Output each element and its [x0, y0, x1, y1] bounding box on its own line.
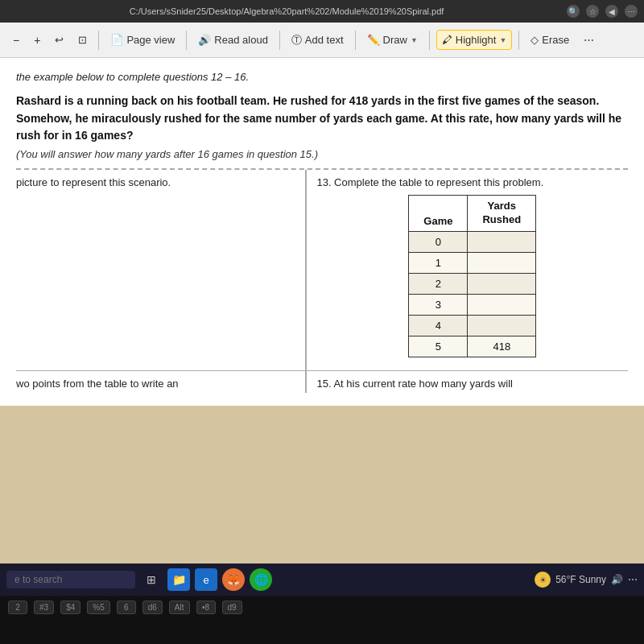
- browser-back-icon[interactable]: ◀: [605, 5, 618, 18]
- browser-icons: 🔍 ☆ ◀ ⋯: [567, 5, 638, 18]
- table-cell-game: 4: [409, 315, 468, 336]
- problem-paragraph: Rashard is a running back on his footbal…: [16, 93, 628, 145]
- add-text-icon: Ⓣ: [291, 33, 302, 47]
- table-cell-game: 0: [409, 231, 468, 252]
- highlight-button[interactable]: 🖍 Highlight ▼: [436, 30, 513, 50]
- key-d6: d6: [142, 601, 163, 614]
- question-12-left: picture to represent this scenario.: [16, 170, 307, 370]
- read-aloud-label: Read aloud: [214, 34, 268, 46]
- bottom-bar: 2 #3 $4 %5 6 d6 Alt •8 d9: [0, 596, 644, 644]
- question-14-left: wo points from the table to write an: [16, 371, 307, 393]
- key-alt: Alt: [169, 601, 190, 614]
- highlight-label: Highlight: [456, 34, 497, 46]
- key-4: $4: [60, 601, 80, 614]
- taskbar-file-icon[interactable]: 📁: [167, 568, 190, 591]
- page-view-label: Page view: [126, 34, 175, 46]
- separator-6: [518, 31, 519, 50]
- read-aloud-icon: 🔊: [198, 34, 211, 46]
- question-14-text: wo points from the table to write an: [16, 378, 179, 390]
- undo-icon: ↩: [55, 34, 64, 46]
- table-header-game: Game: [409, 196, 468, 232]
- draw-icon: ✏️: [367, 34, 380, 46]
- plus-icon: +: [34, 34, 40, 47]
- draw-chevron-icon: ▼: [411, 36, 418, 44]
- question-13-label: 13. Complete the table to represent this…: [316, 176, 628, 188]
- sub-note: (You will answer how many yards after 16…: [16, 148, 628, 160]
- erase-button[interactable]: ◇ Erase: [526, 31, 574, 49]
- intro-text: the example below to complete questions …: [16, 71, 628, 83]
- table-cell-yards: [468, 252, 536, 273]
- table-cell-yards: [468, 231, 536, 252]
- browser-star-icon[interactable]: ☆: [586, 5, 599, 18]
- zoom-in-button[interactable]: +: [29, 31, 45, 50]
- pdf-page: the example below to complete questions …: [0, 58, 644, 406]
- table-cell-game: 2: [409, 273, 468, 294]
- questions-row: picture to represent this scenario. 13. …: [16, 168, 628, 370]
- table-cell-game: 5: [409, 336, 468, 357]
- erase-label: Erase: [542, 34, 569, 46]
- key-2: 2: [8, 601, 27, 614]
- separator-3: [279, 31, 280, 50]
- page-view-icon: 📄: [110, 34, 123, 46]
- weather-icon: ☀: [535, 572, 551, 588]
- table-cell-yards: [468, 315, 536, 336]
- key-6: 6: [117, 601, 136, 614]
- separator-1: [98, 31, 99, 50]
- taskbar-edge-icon[interactable]: e: [195, 568, 217, 591]
- key-d9: d9: [222, 601, 242, 614]
- question-15-text: 15. At his current rate how many yards w…: [316, 378, 513, 390]
- table-row: 0: [409, 231, 536, 252]
- browser-settings-icon[interactable]: ⋯: [625, 5, 638, 18]
- table-header-yards: YardsRushed: [468, 196, 536, 232]
- table-cell-yards: [468, 294, 536, 315]
- table-row: 4: [409, 315, 536, 336]
- question-12-text: picture to represent this scenario.: [16, 176, 171, 188]
- erase-icon: ◇: [530, 34, 539, 46]
- taskbar-windows-icon[interactable]: ⊞: [140, 568, 163, 591]
- table-cell-game: 1: [409, 252, 468, 273]
- add-text-label: Add text: [305, 34, 344, 46]
- taskbar-chrome-icon[interactable]: 🌐: [250, 568, 272, 591]
- questions-row-2: wo points from the table to write an 15.…: [16, 370, 628, 393]
- page-view-button[interactable]: 📄 Page view: [105, 31, 180, 49]
- undo-button[interactable]: ↩: [50, 31, 68, 49]
- key-5: %5: [87, 601, 109, 614]
- pdf-toolbar: − + ↩ ⊡ 📄 Page view 🔊 Read aloud Ⓣ Add t…: [0, 23, 644, 58]
- browser-bar: C:/Users/sSnider25/Desktop/Algebra%20par…: [0, 0, 644, 23]
- table-row: 5418: [409, 336, 536, 357]
- pdf-content: the example below to complete questions …: [0, 58, 644, 564]
- taskbar-network-icon: ⋯: [628, 574, 638, 585]
- table-row: 1: [409, 252, 536, 273]
- key-3: #3: [34, 601, 54, 614]
- weather-text: 56°F Sunny: [555, 574, 606, 585]
- question-15-right: 15. At his current rate how many yards w…: [307, 371, 628, 393]
- taskbar: ⊞ 📁 e 🦊 🌐 ☀ 56°F Sunny 🔊 ⋯: [0, 564, 644, 596]
- taskbar-search-input[interactable]: [6, 571, 135, 588]
- taskbar-right-area: ☀ 56°F Sunny 🔊 ⋯: [535, 572, 638, 588]
- separator-2: [186, 31, 187, 50]
- browser-search-icon[interactable]: 🔍: [567, 5, 580, 18]
- zoom-out-button[interactable]: −: [8, 31, 24, 50]
- add-text-button[interactable]: Ⓣ Add text: [287, 30, 349, 51]
- draw-label: Draw: [383, 34, 407, 46]
- table-cell-game: 3: [409, 294, 468, 315]
- highlight-chevron-icon: ▼: [499, 36, 506, 44]
- separator-4: [355, 31, 356, 50]
- read-aloud-button[interactable]: 🔊 Read aloud: [193, 31, 273, 49]
- draw-button[interactable]: ✏️ Draw ▼: [362, 31, 423, 49]
- separator-5: [429, 31, 430, 50]
- highlight-icon: 🖍: [442, 34, 452, 46]
- problem-text-content: Rashard is a running back on his footbal…: [16, 94, 621, 142]
- question-13-right: 13. Complete the table to represent this…: [307, 170, 628, 370]
- taskbar-firefox-icon[interactable]: 🦊: [222, 568, 245, 591]
- key-8: •8: [196, 601, 216, 614]
- table-row: 2: [409, 273, 536, 294]
- more-tools-button[interactable]: ⋯: [579, 31, 599, 49]
- taskbar-sound-icon[interactable]: 🔊: [611, 574, 623, 585]
- table-cell-yards: [468, 273, 536, 294]
- table-cell-yards: 418: [468, 336, 536, 357]
- fit-button[interactable]: ⊡: [73, 31, 92, 49]
- table-row: 3: [409, 294, 536, 315]
- browser-url: C:/Users/sSnider25/Desktop/Algebra%20par…: [6, 6, 567, 16]
- data-table: Game YardsRushed 012345418: [408, 195, 536, 357]
